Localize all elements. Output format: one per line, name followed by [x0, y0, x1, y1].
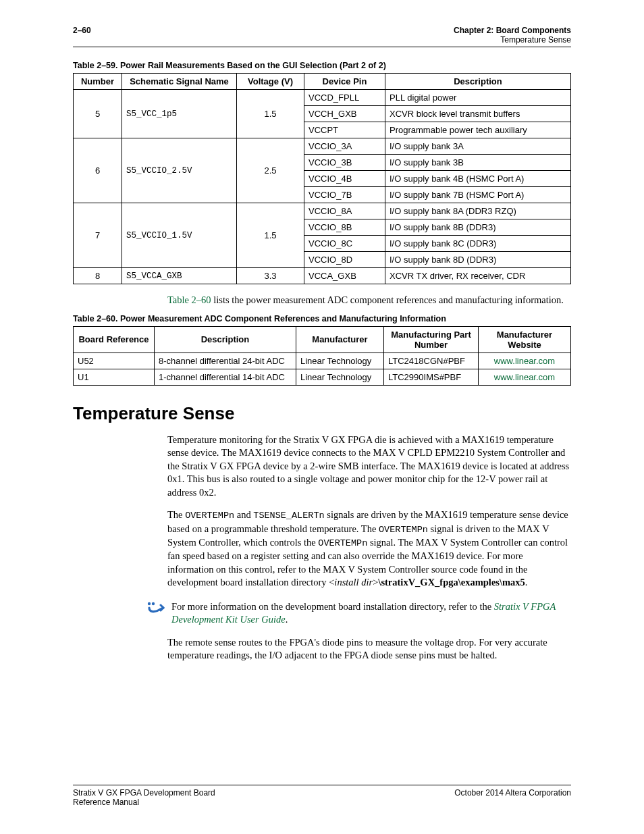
cell-desc: I/O supply bank 8B (DDR3) [385, 219, 571, 236]
cell-desc: 8-channel differential 24-bit ADC [155, 353, 296, 369]
cell-desc: I/O supply bank 8D (DDR3) [385, 252, 571, 268]
cell-pin: VCCA_GXB [304, 268, 385, 284]
text: . [525, 577, 528, 588]
col-manuf: Manufacturer [296, 326, 384, 353]
cell-number: 6 [74, 138, 122, 203]
footer-doc-subtitle: Reference Manual [73, 798, 215, 807]
cell-pn: LTC2418CGN#PBF [384, 353, 479, 369]
cell-number: 8 [74, 268, 122, 284]
cell-site: www.linear.com [479, 353, 571, 369]
note-block: For more information on the development … [147, 600, 571, 627]
signal-name: TSENSE_ALERTn [253, 511, 324, 521]
col-voltage: Voltage (V) [237, 74, 304, 90]
cell-ref: U52 [74, 353, 155, 369]
cell-desc: I/O supply bank 3B [385, 155, 571, 171]
footer-left: Stratix V GX FPGA Development Board Refe… [73, 788, 215, 807]
cell-pin: VCCIO_8A [304, 203, 385, 219]
paragraph-1: Temperature monitoring for the Stratix V… [167, 434, 571, 500]
header-right: Chapter 2: Board Components Temperature … [454, 26, 571, 45]
col-signal: Schematic Signal Name [122, 74, 237, 90]
table-row: 6 S5_VCCIO_2.5V 2.5 VCCIO_3A I/O supply … [74, 138, 571, 155]
cell-desc: I/O supply bank 3A [385, 138, 571, 155]
cell-desc: PLL digital power [385, 90, 571, 106]
section-title: Temperature Sense [73, 403, 571, 424]
cell-desc: 1-channel differential 14-bit ADC [155, 369, 296, 385]
cell-manuf: Linear Technology [296, 369, 384, 385]
text: and [234, 509, 253, 520]
table-row: 8 S5_VCCA_GXB 3.3 VCCA_GXB XCVR TX drive… [74, 268, 571, 284]
cell-voltage: 1.5 [237, 90, 304, 138]
section-subhead: Temperature Sense [454, 35, 571, 45]
col-desc: Description [155, 326, 296, 353]
paragraph-3: The remote sense routes to the FPGA's di… [167, 636, 571, 662]
cell-desc: I/O supply bank 4B (HSMC Port A) [385, 171, 571, 187]
cell-manuf: Linear Technology [296, 353, 384, 369]
cell-ref: U1 [74, 369, 155, 385]
cell-desc: XCVR TX driver, RX receiver, CDR [385, 268, 571, 284]
cell-pin: VCCIO_3B [304, 155, 385, 171]
table-row: 5 S5_VCC_1p5 1.5 VCCD_FPLL PLL digital p… [74, 90, 571, 106]
text: The [167, 509, 185, 520]
cell-desc: I/O supply bank 8C (DDR3) [385, 236, 571, 252]
col-site: Manufacturer Website [479, 326, 571, 353]
table-row: U52 8-channel differential 24-bit ADC Li… [74, 353, 571, 369]
manufacturer-link[interactable]: www.linear.com [494, 372, 555, 382]
cell-site: www.linear.com [479, 369, 571, 385]
cell-desc: Programmable power tech auxiliary [385, 122, 571, 138]
page-footer: Stratix V GX FPGA Development Board Refe… [73, 785, 571, 807]
col-pin: Device Pin [304, 74, 385, 90]
footer-right: October 2014 Altera Corporation [454, 788, 571, 807]
page-header: 2–60 Chapter 2: Board Components Tempera… [73, 26, 571, 47]
signal-name: OVERTEMPn [379, 525, 428, 535]
cell-pin: VCCIO_4B [304, 171, 385, 187]
cell-signal: S5_VCC_1p5 [122, 90, 237, 138]
path-bold: \stratixV_GX_fpga\examples\max5 [378, 577, 525, 588]
paragraph-2: The OVERTEMPn and TSENSE_ALERTn signals … [167, 509, 571, 589]
install-dir-emph: install dir [334, 577, 373, 588]
cell-pin: VCCIO_8B [304, 219, 385, 236]
cell-pin: VCCIO_8C [304, 236, 385, 252]
page-number: 2–60 [73, 26, 91, 35]
table-260-caption: Table 2–60. Power Measurement ADC Compon… [73, 314, 571, 323]
cell-number: 5 [74, 90, 122, 138]
signal-name: OVERTEMPn [318, 538, 367, 548]
intro-260: Table 2–60 lists the power measurement A… [167, 294, 571, 307]
intro-260-text: lists the power measurement ADC componen… [211, 294, 564, 305]
col-number: Number [74, 74, 122, 90]
cell-pin: VCCH_GXB [304, 106, 385, 122]
col-desc: Description [385, 74, 571, 90]
cell-desc: I/O supply bank 8A (DDR3 RZQ) [385, 203, 571, 219]
svg-point-1 [152, 602, 155, 605]
table-row: U1 1-channel differential 14-bit ADC Lin… [74, 369, 571, 385]
footer-doc-title: Stratix V GX FPGA Development Board [73, 788, 215, 798]
svg-point-0 [148, 602, 151, 605]
cell-signal: S5_VCCIO_2.5V [122, 138, 237, 203]
cell-pin: VCCD_FPLL [304, 90, 385, 106]
text: For more information on the development … [171, 601, 494, 612]
cell-voltage: 2.5 [237, 138, 304, 203]
info-icon [147, 602, 165, 617]
col-pn: Manufacturing Part Number [384, 326, 479, 353]
cell-signal: S5_VCCA_GXB [122, 268, 237, 284]
table-260-ref: Table 2–60 [167, 294, 211, 305]
manufacturer-link[interactable]: www.linear.com [494, 356, 555, 366]
cell-pin: VCCIO_3A [304, 138, 385, 155]
signal-name: OVERTEMPn [185, 511, 234, 521]
table-259: Number Schematic Signal Name Voltage (V)… [73, 73, 571, 284]
cell-pin: VCCIO_8D [304, 252, 385, 268]
cell-pn: LTC2990IMS#PBF [384, 369, 479, 385]
cell-number: 7 [74, 203, 122, 268]
table-row: Number Schematic Signal Name Voltage (V)… [74, 74, 571, 90]
cell-desc: I/O supply bank 7B (HSMC Port A) [385, 187, 571, 203]
table-260: Board Reference Description Manufacturer… [73, 326, 571, 386]
table-row: 7 S5_VCCIO_1.5V 1.5 VCCIO_8A I/O supply … [74, 203, 571, 219]
table-259-caption: Table 2–59. Power Rail Measurements Base… [73, 61, 571, 70]
text: . [286, 614, 288, 625]
chapter-title: Chapter 2: Board Components [454, 26, 571, 35]
cell-desc: XCVR block level transmit buffers [385, 106, 571, 122]
cell-pin: VCCIO_7B [304, 187, 385, 203]
table-row: Board Reference Description Manufacturer… [74, 326, 571, 353]
note-text: For more information on the development … [171, 600, 571, 627]
col-ref: Board Reference [74, 326, 155, 353]
cell-signal: S5_VCCIO_1.5V [122, 203, 237, 268]
